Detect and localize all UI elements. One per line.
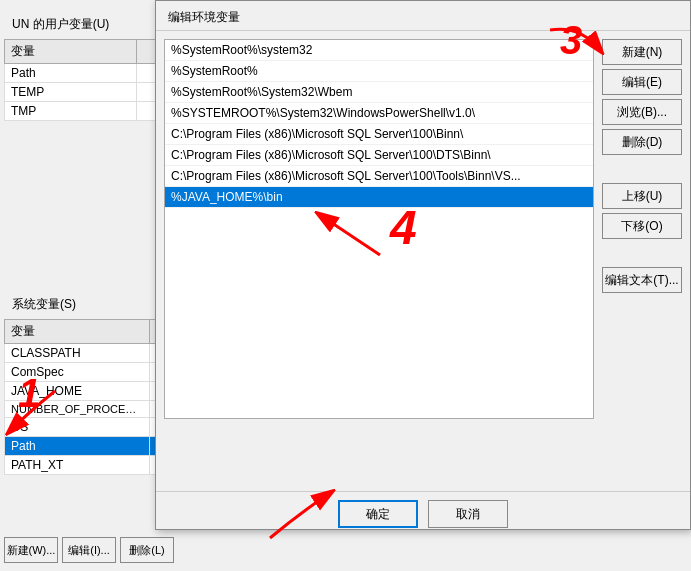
sys-var-name: JAVA_HOME — [5, 382, 150, 401]
edit-env-var-dialog: 编辑环境变量 %SystemRoot%\system32 %SystemRoot… — [155, 0, 691, 530]
table-row[interactable]: Path — [5, 437, 174, 456]
list-item[interactable]: C:\Program Files (x86)\Microsoft SQL Ser… — [165, 166, 593, 187]
sys-var-name: ComSpec — [5, 363, 150, 382]
table-row[interactable]: TEMP — [5, 83, 174, 102]
sys-var-name: Path — [5, 437, 150, 456]
path-list: %SystemRoot%\system32 %SystemRoot% %Syst… — [165, 40, 593, 208]
list-item[interactable]: %SystemRoot%\system32 — [165, 40, 593, 61]
cancel-button[interactable]: 取消 — [428, 500, 508, 528]
list-item-selected[interactable]: %JAVA_HOME%\bin — [165, 187, 593, 208]
sys-vars-table: 变量 CLASSPATH ComSpec JAVA_HOME — [4, 319, 174, 475]
spacer — [602, 159, 682, 179]
browse-path-button[interactable]: 浏览(B)... — [602, 99, 682, 125]
table-row[interactable]: CLASSPATH — [5, 344, 174, 363]
user-vars-label: UN 的用户变量(U) — [4, 10, 174, 39]
dialog-button-column: 新建(N) 编辑(E) 浏览(B)... 删除(D) 上移(U) 下移(O) 编… — [602, 39, 682, 483]
edit-path-button[interactable]: 编辑(E) — [602, 69, 682, 95]
table-row[interactable]: TMP — [5, 102, 174, 121]
path-list-container[interactable]: %SystemRoot%\system32 %SystemRoot% %Syst… — [164, 39, 594, 419]
new-path-button[interactable]: 新建(N) — [602, 39, 682, 65]
sys-var-name: CLASSPATH — [5, 344, 150, 363]
user-vars-section: UN 的用户变量(U) 变量 Path TEMP TMP — [4, 10, 174, 121]
user-var-name: TMP — [5, 102, 137, 121]
dialog-footer: 确定 取消 — [156, 491, 690, 536]
dialog-title: 编辑环境变量 — [156, 1, 690, 31]
user-var-name: TEMP — [5, 83, 137, 102]
list-item[interactable]: %SYSTEMROOT%\System32\WindowsPowerShell\… — [165, 103, 593, 124]
spacer2 — [602, 243, 682, 263]
delete-user-var-button[interactable]: 删除(L) — [120, 537, 174, 563]
table-row[interactable]: NUMBER_OF_PROCESSORS — [5, 401, 174, 418]
delete-path-button[interactable]: 删除(D) — [602, 129, 682, 155]
table-row[interactable]: OS — [5, 418, 174, 437]
user-vars-table: 变量 Path TEMP TMP — [4, 39, 174, 121]
bottom-buttons: 新建(W)... 编辑(I)... 删除(L) — [4, 537, 174, 563]
table-row[interactable]: JAVA_HOME — [5, 382, 174, 401]
edit-text-button[interactable]: 编辑文本(T)... — [602, 267, 682, 293]
sys-var-name: OS — [5, 418, 150, 437]
new-user-var-button[interactable]: 新建(W)... — [4, 537, 58, 563]
sys-var-name: PATH_XT — [5, 456, 150, 475]
sys-vars-label: 系统变量(S) — [4, 290, 174, 319]
list-item[interactable]: %SystemRoot% — [165, 61, 593, 82]
table-row[interactable]: ComSpec — [5, 363, 174, 382]
dialog-body: %SystemRoot%\system32 %SystemRoot% %Syst… — [156, 31, 690, 491]
edit-user-var-button[interactable]: 编辑(I)... — [62, 537, 116, 563]
move-down-button[interactable]: 下移(O) — [602, 213, 682, 239]
left-panel: UN 的用户变量(U) 变量 Path TEMP TMP — [0, 0, 180, 571]
ok-button[interactable]: 确定 — [338, 500, 418, 528]
sys-var-name: NUMBER_OF_PROCESSORS — [5, 401, 150, 418]
sys-vars-section: 系统变量(S) 变量 CLASSPATH ComSpec JAVA_HOME — [4, 290, 174, 475]
list-item[interactable]: C:\Program Files (x86)\Microsoft SQL Ser… — [165, 124, 593, 145]
table-row[interactable]: PATH_XT — [5, 456, 174, 475]
user-vars-col-name: 变量 — [5, 40, 137, 64]
sys-vars-col-name: 变量 — [5, 320, 150, 344]
move-up-button[interactable]: 上移(U) — [602, 183, 682, 209]
list-item[interactable]: C:\Program Files (x86)\Microsoft SQL Ser… — [165, 145, 593, 166]
user-var-name: Path — [5, 64, 137, 83]
list-item[interactable]: %SystemRoot%\System32\Wbem — [165, 82, 593, 103]
table-row[interactable]: Path — [5, 64, 174, 83]
